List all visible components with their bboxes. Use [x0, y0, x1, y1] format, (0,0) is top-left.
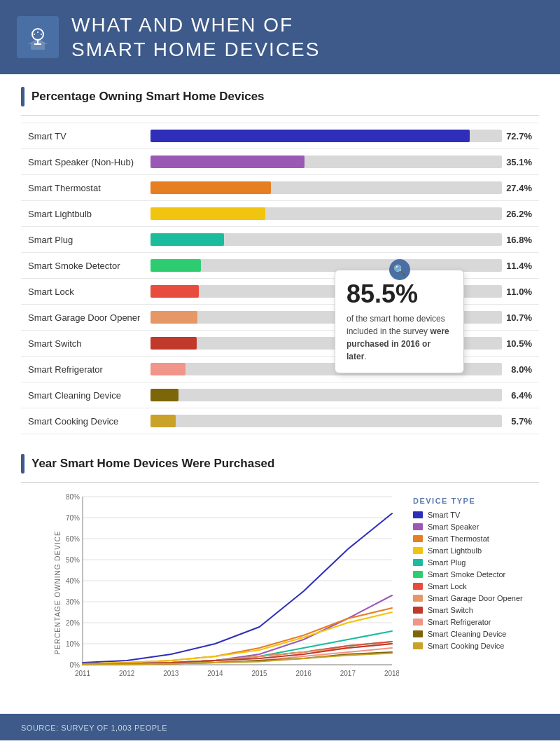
bar-percent: 6.4%: [502, 382, 539, 408]
bar-row: Smart Speaker (Non-Hub) 35.1%: [21, 149, 539, 175]
bar-fill: [150, 337, 197, 350]
bar-row: Smart TV 72.7%: [21, 123, 539, 149]
svg-marker-7: [28, 39, 48, 44]
bar-fill: [150, 181, 271, 194]
svg-text:2016: 2016: [296, 670, 312, 677]
legend-item: Smart Refrigerator: [413, 618, 550, 626]
section1-title: Percentage Owning Smart Home Devices: [31, 90, 265, 104]
svg-text:2011: 2011: [75, 670, 91, 677]
svg-text:40%: 40%: [66, 577, 80, 585]
bar-fill: [150, 311, 197, 324]
legend-item-label: Smart Cooking Device: [428, 642, 504, 650]
tooltip-text: of the smart home devices included in th…: [346, 312, 452, 363]
legend-item-label: Smart Lightbulb: [428, 546, 482, 555]
bar-cell: [150, 149, 502, 175]
legend-item: Smart Cooking Device: [413, 642, 550, 650]
legend-color-swatch: [413, 547, 423, 554]
legend-item: Smart Lock: [413, 582, 550, 590]
legend-item-label: Smart Switch: [428, 606, 473, 614]
bar-percent: 11.4%: [502, 253, 539, 279]
bar-fill: [150, 389, 178, 401]
bar-background: [150, 207, 502, 220]
bar-percent: 10.7%: [502, 305, 539, 331]
bar-percent: 27.4%: [502, 175, 539, 201]
bar-row: Smart Thermostat 27.4%: [21, 175, 539, 201]
legend-item-label: Smart Smoke Detector: [428, 570, 505, 579]
bar-label: Smart Cooking Device: [21, 408, 150, 434]
legend-color-swatch: [413, 511, 423, 518]
bar-cell: [150, 201, 502, 227]
svg-text:50%: 50%: [66, 556, 80, 564]
bar-fill: [150, 259, 201, 272]
bar-row: Smart Cooking Device 5.7%: [21, 408, 539, 434]
bar-label: Smart Lock: [21, 279, 150, 305]
legend-item: Smart Plug: [413, 558, 550, 567]
section2-accent: [21, 454, 24, 474]
legend-color-swatch: [413, 523, 423, 530]
svg-text:10%: 10%: [66, 640, 80, 648]
svg-text:60%: 60%: [66, 535, 80, 543]
bar-percent: 35.1%: [502, 149, 539, 175]
bar-label: Smart Speaker (Non-Hub): [21, 149, 150, 175]
bar-percent: 16.8%: [502, 227, 539, 253]
legend-color-swatch: [413, 630, 423, 637]
svg-text:2013: 2013: [163, 670, 179, 677]
bar-background: [150, 181, 502, 194]
header-title: What and When of Smart Home Devices: [71, 13, 320, 62]
bar-label: Smart Garage Door Opener: [21, 305, 150, 331]
tooltip-search-icon: 🔍: [389, 259, 410, 280]
legend-item-label: Smart Thermostat: [428, 534, 489, 543]
bar-fill: [150, 415, 176, 427]
bar-percent: 11.0%: [502, 279, 539, 305]
legend-item: Smart Switch: [413, 606, 550, 614]
tooltip-popup: 🔍 85.5% of the smart home devices includ…: [335, 270, 464, 373]
bar-background: [150, 156, 502, 168]
legend-item-label: Smart Lock: [428, 582, 467, 590]
svg-text:70%: 70%: [66, 514, 80, 522]
bar-cell: [150, 408, 502, 434]
bar-fill: [150, 207, 265, 220]
section-ownership: Percentage Owning Smart Home Devices Sma…: [0, 74, 560, 447]
legend-item: Smart Lightbulb: [413, 546, 550, 555]
bar-background: [150, 389, 502, 401]
bar-cell: [150, 382, 502, 408]
legend-color-swatch: [413, 642, 423, 649]
legend-item: Smart Speaker: [413, 523, 550, 531]
legend-item: Smart Garage Door Opener: [413, 594, 550, 602]
bar-fill: [150, 130, 470, 142]
legend-item-label: Smart Garage Door Opener: [428, 594, 523, 602]
bar-label: Smart Lightbulb: [21, 201, 150, 227]
bar-percent: 8.0%: [502, 357, 539, 382]
svg-text:20%: 20%: [66, 619, 80, 627]
bar-fill: [150, 285, 199, 298]
legend-color-swatch: [413, 595, 423, 602]
svg-text:30%: 30%: [66, 598, 80, 606]
legend-item-label: Smart Speaker: [428, 523, 479, 531]
bar-percent: 5.7%: [502, 408, 539, 434]
bar-background: [150, 415, 502, 427]
svg-text:2012: 2012: [119, 670, 135, 677]
bar-label: Smart TV: [21, 123, 150, 149]
header-icon: [17, 16, 59, 58]
legend-item: Smart Thermostat: [413, 534, 550, 543]
bar-percent: 72.7%: [502, 123, 539, 149]
bar-percent: 10.5%: [502, 331, 539, 357]
legend-item-label: Smart TV: [428, 511, 460, 519]
tooltip-percent: 85.5%: [346, 280, 452, 308]
bar-row: Smart Lightbulb 26.2%: [21, 201, 539, 227]
bar-fill: [150, 363, 186, 375]
line-chart: 0%10%20%30%40%50%60%70%80%20112012201320…: [56, 490, 399, 693]
svg-text:2015: 2015: [251, 670, 267, 677]
bar-cell: [150, 123, 502, 149]
bar-label: Smart Plug: [21, 227, 150, 253]
bar-row: Smart Cleaning Device 6.4%: [21, 382, 539, 408]
bar-background: [150, 233, 502, 246]
section2-title: Year Smart Home Devices Were Purchased: [31, 457, 274, 471]
footer-source: Source: Survey of 1,003 People: [21, 724, 167, 732]
svg-text:2017: 2017: [340, 670, 356, 677]
bar-cell: [150, 227, 502, 253]
legend-color-swatch: [413, 571, 423, 578]
legend-item: Smart Smoke Detector: [413, 570, 550, 579]
legend-title: Device Type: [413, 497, 550, 505]
bar-fill: [150, 233, 224, 246]
